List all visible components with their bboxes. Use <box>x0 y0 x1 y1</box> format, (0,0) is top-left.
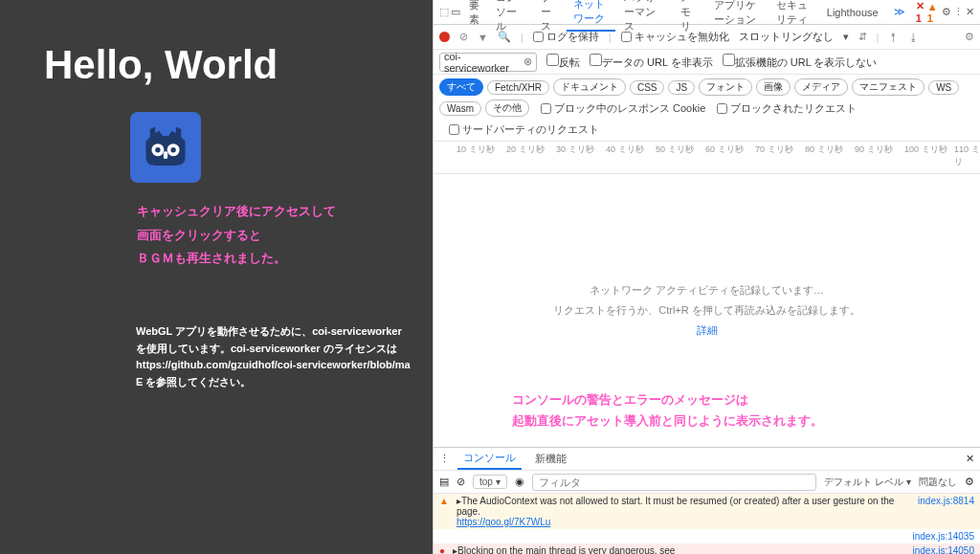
error-icon: ● <box>439 545 445 554</box>
level-select[interactable]: デフォルト レベル ▾ <box>824 476 911 489</box>
tick: 80 ミリ秒 <box>805 144 843 156</box>
clear-button[interactable]: ⊘ <box>459 31 468 43</box>
gear-icon[interactable]: ⚙ <box>965 476 974 488</box>
throttling-select[interactable]: スロットリングなし <box>739 30 834 44</box>
anno-line: 起動直後にアセット導入前と同じように表示されます。 <box>512 410 823 432</box>
close-icon[interactable]: ✕ <box>966 453 974 465</box>
tick: 40 ミリ秒 <box>606 144 644 156</box>
note-line: キャッシュクリア後にアクセスして <box>137 200 336 224</box>
sidebar-toggle-icon[interactable]: ▤ <box>439 476 449 488</box>
eye-icon[interactable]: ◉ <box>515 476 524 488</box>
console-error[interactable]: ● ▸Blocking on the main thread is very d… <box>434 543 980 554</box>
tick: 110 ミリ <box>954 144 980 168</box>
msg-source[interactable]: index.js:8814 <box>918 496 974 506</box>
search-icon[interactable]: 🔍 <box>498 31 511 43</box>
download-icon[interactable]: ⭳ <box>908 32 919 43</box>
clear-filter-icon[interactable]: ⊗ <box>523 55 532 68</box>
clear-console-icon[interactable]: ⊘ <box>457 476 465 488</box>
filter-input[interactable]: coi-serviceworker ⊗ <box>439 53 537 72</box>
hide-data-url-checkbox[interactable]: データの URL を非表示 <box>590 54 713 70</box>
console-line: index.js:14035 <box>434 529 980 543</box>
svg-point-3 <box>170 147 175 152</box>
lic-line: https://github.com/gzuidhof/coi-servicew… <box>136 357 433 374</box>
tick: 20 ミリ秒 <box>506 144 545 156</box>
network-timeline[interactable]: 10 ミリ秒 20 ミリ秒 30 ミリ秒 40 ミリ秒 50 ミリ秒 60 ミリ… <box>434 142 980 174</box>
error-badge[interactable]: ✕ 1 <box>916 0 925 24</box>
inspect-icon[interactable]: ⬚ <box>439 6 449 18</box>
warning-badge[interactable]: ▲ 1 <box>927 1 938 24</box>
blocked-cookies-checkbox[interactable]: ブロック中のレスポンス Cookie <box>541 101 705 116</box>
gear-icon[interactable]: ⚙ <box>942 6 951 18</box>
msg-source[interactable]: index.js:14050 <box>913 545 975 554</box>
drawer-tab-whats-new[interactable]: 新機能 <box>529 449 572 469</box>
filter-manifest[interactable]: マニフェスト <box>852 78 924 96</box>
warning-icon: ▲ <box>439 496 449 506</box>
third-party-checkbox[interactable]: サードパーティのリクエスト <box>449 122 974 137</box>
filter-fetch[interactable]: Fetch/XHR <box>487 80 549 95</box>
lic-line: E を参照してください。 <box>136 374 433 391</box>
svg-rect-4 <box>164 151 167 159</box>
context-select[interactable]: top ▾ <box>473 475 507 489</box>
godot-icon <box>140 122 191 173</box>
upload-icon[interactable]: ⭱ <box>888 32 899 43</box>
tick: 10 ミリ秒 <box>457 144 495 156</box>
tick: 60 ミリ秒 <box>705 144 744 156</box>
filter-toggle[interactable]: ▼ <box>478 32 488 43</box>
disable-cache-checkbox[interactable]: キャッシュを無効化 <box>621 30 729 44</box>
note-line: 画面をクリックすると <box>137 224 336 248</box>
network-empty-state: ネットワーク アクティビティを記録しています… リクエストを行うか、Ctrl+R… <box>434 174 980 447</box>
wifi-icon[interactable]: ⇵ <box>858 31 867 43</box>
blocked-requests-checkbox[interactable]: ブロックされたリクエスト <box>717 101 857 116</box>
tick: 90 ミリ秒 <box>855 144 893 156</box>
filter-js[interactable]: JS <box>668 80 695 95</box>
filter-ws[interactable]: WS <box>928 80 959 95</box>
filter-img[interactable]: 画像 <box>756 78 791 96</box>
msg-link[interactable]: https://goo.gl/7K7WLu <box>457 517 550 527</box>
console-warning[interactable]: ▲ ▸The AudioContext was not allowed to s… <box>434 494 980 529</box>
network-type-filters: すべて Fetch/XHR ドキュメント CSS JS フォント 画像 メディア… <box>434 75 980 142</box>
page-title: Hello, World <box>44 42 278 88</box>
drawer-tab-console[interactable]: コンソール <box>457 448 522 470</box>
preserve-log-checkbox[interactable]: ログを保持 <box>533 30 599 44</box>
msg-body: ▸The AudioContext was not allowed to sta… <box>457 496 894 517</box>
anno-line: コンソールの警告とエラーのメッセージは <box>512 389 823 410</box>
kebab-icon[interactable]: ⋮ <box>953 6 964 18</box>
svg-point-1 <box>155 147 160 152</box>
console-drawer: ⋮ コンソール 新機能 ✕ ▤ ⊘ top ▾ ◉ デフォルト レベル ▾ 問題… <box>434 447 980 554</box>
kebab-icon[interactable]: ⋮ <box>439 453 450 465</box>
annotation-left: キャッシュクリア後にアクセスして 画面をクリックすると ＢＧＭも再生されました。 <box>137 200 336 271</box>
invert-checkbox[interactable]: 反転 <box>546 54 580 70</box>
network-filter-row: coi-serviceworker ⊗ 反転 データの URL を非表示 拡張機… <box>434 50 980 75</box>
filter-css[interactable]: CSS <box>630 80 665 95</box>
lic-line: WebGL アプリを動作させるために、coi-serviceworker <box>136 323 433 341</box>
empty-details-link[interactable]: 詳細 <box>697 323 718 338</box>
close-icon[interactable]: ✕ <box>966 6 974 18</box>
issues-chip[interactable]: 問題なし <box>919 476 957 489</box>
empty-recording: ネットワーク アクティビティを記録しています… <box>590 283 824 298</box>
empty-hint: リクエストを行うか、Ctrl+R を押して再読み込みを記録します。 <box>553 303 860 318</box>
filter-doc[interactable]: ドキュメント <box>553 78 626 96</box>
tick: 100 ミリ秒 <box>904 144 947 156</box>
tab-lighthouse[interactable]: Lighthouse <box>820 3 885 22</box>
tick: 30 ミリ秒 <box>556 144 594 156</box>
gear-icon[interactable]: ⚙ <box>965 31 974 43</box>
app-logo <box>130 112 201 183</box>
filter-font[interactable]: フォント <box>699 78 752 96</box>
lic-line: を使用しています。coi-serviceworker のライセンスは <box>136 341 433 358</box>
tick: 50 ミリ秒 <box>656 144 694 156</box>
msg-source[interactable]: index.js:14035 <box>913 531 975 542</box>
filter-wasm[interactable]: Wasm <box>439 101 481 116</box>
note-line: ＢＧＭも再生されました。 <box>137 247 336 271</box>
console-filter-input[interactable] <box>532 474 817 491</box>
device-icon[interactable]: ▭ <box>451 6 460 18</box>
record-button[interactable] <box>439 32 450 42</box>
filter-all[interactable]: すべて <box>439 78 483 96</box>
chevron-down-icon[interactable]: ▾ <box>843 31 849 43</box>
annotation-right: コンソールの警告とエラーのメッセージは 起動直後にアセット導入前と同じように表示… <box>512 389 823 432</box>
filter-media[interactable]: メディア <box>794 78 848 96</box>
devtools-tabs: ⬚ ▭ 要素 コンソール ソース ネットワーク パフォーマンス メモリ アプリケ… <box>434 0 980 25</box>
hide-ext-url-checkbox[interactable]: 拡張機能の URL を表示しない <box>723 54 878 70</box>
tabs-more[interactable]: ≫ <box>887 2 912 22</box>
filter-other[interactable]: その他 <box>485 100 529 117</box>
license-text: WebGL アプリを動作させるために、coi-serviceworker を使用… <box>136 323 433 390</box>
